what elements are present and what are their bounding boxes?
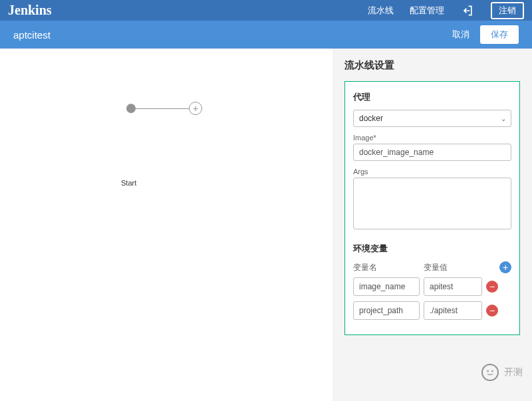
add-env-button[interactable]: + — [499, 261, 511, 273]
env-col-value: 变量值 — [424, 262, 499, 273]
minus-icon: − — [489, 305, 495, 316]
env-section-label: 环境变量 — [353, 243, 511, 255]
pipeline-name: aptcitest — [13, 29, 452, 41]
add-stage-button[interactable]: + — [189, 102, 202, 115]
cancel-link[interactable]: 取消 — [452, 29, 469, 41]
pipeline-canvas: + Start — [0, 49, 332, 401]
args-label: Args — [353, 168, 511, 176]
args-textarea[interactable] — [353, 178, 511, 229]
settings-sidebar: 流水线设置 代理 docker ⌄ Image* Args 环境变量 变量名 变… — [332, 49, 532, 401]
sub-header: aptcitest 取消 保存 — [0, 21, 532, 49]
image-label: Image* — [353, 134, 511, 142]
main-content: + Start 流水线设置 代理 docker ⌄ Image* Args 环境… — [0, 49, 532, 401]
watermark-icon — [481, 364, 499, 381]
image-input[interactable] — [353, 144, 511, 161]
agent-select-wrap: docker ⌄ — [353, 110, 511, 127]
jenkins-logo: Jenkins — [8, 3, 368, 18]
env-value-input[interactable] — [424, 301, 482, 320]
pipeline-graph: + — [126, 102, 306, 115]
minus-icon: − — [489, 281, 495, 292]
env-name-input[interactable] — [353, 301, 420, 320]
save-button[interactable]: 保存 — [480, 25, 519, 44]
sidebar-title: 流水线设置 — [344, 59, 520, 72]
svg-point-1 — [491, 370, 493, 372]
env-name-input[interactable] — [353, 277, 420, 296]
nav-config[interactable]: 配置管理 — [410, 5, 444, 17]
env-row: − — [353, 301, 511, 320]
env-row: − — [353, 277, 511, 296]
plus-icon: + — [193, 103, 198, 114]
env-col-name: 变量名 — [353, 262, 424, 273]
top-nav: 流水线 配置管理 注销 — [368, 2, 524, 19]
agent-select[interactable]: docker — [353, 110, 511, 127]
exit-icon[interactable] — [460, 3, 475, 18]
start-node[interactable] — [126, 104, 136, 113]
plus-icon: + — [503, 262, 508, 273]
pipeline-edge — [136, 108, 189, 109]
settings-box: 代理 docker ⌄ Image* Args 环境变量 变量名 变量值 + — [344, 81, 520, 335]
agent-section-label: 代理 — [353, 91, 511, 103]
logout-button[interactable]: 注销 — [491, 2, 524, 19]
remove-env-button[interactable]: − — [486, 305, 498, 317]
env-header: 变量名 变量值 + — [353, 261, 511, 273]
env-value-input[interactable] — [424, 277, 482, 296]
remove-env-button[interactable]: − — [486, 281, 498, 293]
start-label: Start — [121, 179, 136, 187]
nav-pipeline[interactable]: 流水线 — [368, 5, 394, 17]
watermark-text: 开测 — [504, 366, 523, 378]
top-header: Jenkins 流水线 配置管理 注销 — [0, 0, 532, 21]
watermark: 开测 — [481, 364, 523, 381]
svg-point-0 — [487, 370, 489, 372]
